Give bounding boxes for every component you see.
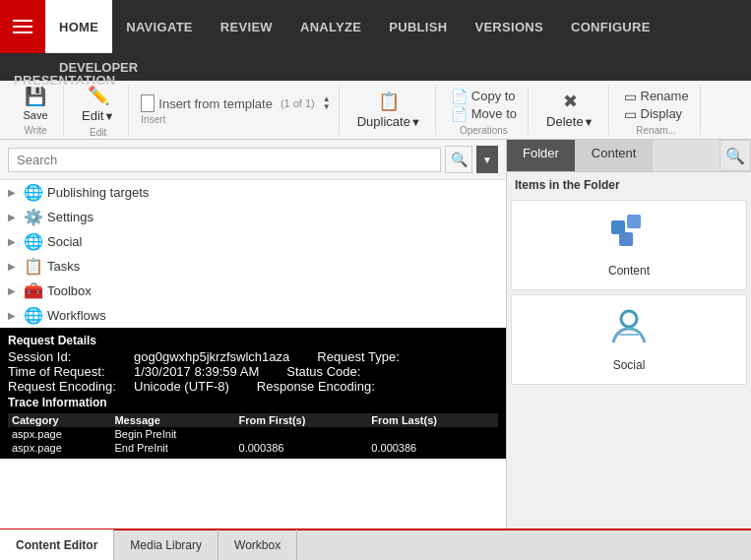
search-dropdown-button[interactable]: ▼ (476, 146, 498, 173)
svg-point-3 (621, 311, 637, 327)
rename-icon: ▭ (624, 89, 637, 104)
duplicate-icon: 📋 (378, 91, 400, 112)
tree-item-settings[interactable]: ▶ ⚙️ Settings (0, 205, 506, 229)
folder-items: Content Social (507, 196, 751, 529)
tree-toggle-icon: ▶ (8, 285, 20, 296)
debug-row-3: Request Encoding: Unicode (UTF-8) Respon… (8, 379, 498, 394)
trace-col-from-last: From Last(s) (367, 413, 498, 427)
bottom-tabs: Content Editor Media Library Workbox (0, 529, 751, 560)
main-area: 🔍 ▼ ▶ 🌐 Publishing targets ▶ ⚙️ Settings… (0, 140, 751, 529)
svg-rect-1 (627, 215, 641, 228)
debug-row-1: Session Id: gog0gwxhp5jkrzfswlch1aza Req… (8, 349, 498, 364)
rename-group-label: Renam... (621, 125, 692, 136)
debug-key: Status Code: (286, 364, 405, 379)
content-item-icon (609, 213, 649, 260)
bottom-tab-workbox[interactable]: Workbox (219, 529, 297, 560)
save-label: Save (23, 109, 47, 121)
debug-title: Request Details (8, 332, 498, 349)
search-icon-button[interactable]: 🔍 (445, 146, 472, 173)
bottom-tab-media-library[interactable]: Media Library (114, 529, 219, 560)
tree-item-label: Social (47, 234, 82, 249)
tree-item-publishing-targets[interactable]: ▶ 🌐 Publishing targets (0, 180, 506, 205)
display-label: Display (641, 106, 683, 121)
display-button[interactable]: ▭ Display (621, 105, 692, 123)
edit-button[interactable]: ✏️ Edit▼ (76, 83, 120, 125)
copy-to-button[interactable]: 📄 Copy to (448, 88, 520, 105)
insert-template-label[interactable]: Insert from template (158, 96, 273, 111)
trace-row: aspx.page Begin PreInit (8, 427, 498, 441)
save-icon: 💾 (25, 86, 46, 107)
hamburger-icon (13, 20, 32, 33)
trace-table: Category Message From First(s) From Last… (8, 413, 498, 455)
rename-button[interactable]: ▭ Rename (621, 88, 692, 105)
save-button[interactable]: 💾 Save (16, 84, 55, 123)
folder-tabs: Folder Content 🔍 (507, 140, 751, 172)
folder-search-button[interactable]: 🔍 (720, 140, 751, 171)
trace-col-message: Message (110, 413, 234, 427)
nav-item-publish[interactable]: PUBLISH (375, 0, 461, 53)
tree-toggle-icon: ▶ (8, 310, 20, 321)
debug-key: Request Type: (317, 349, 435, 364)
tree-item-social[interactable]: ▶ 🌐 Social (0, 229, 506, 254)
trace-col-category: Category (8, 413, 110, 427)
nav-item-developer[interactable]: DEVELOPER (45, 53, 152, 81)
toolbar-insert-group: Insert from template (1 of 1) ▲▼ Insert (133, 86, 339, 135)
trace-row: aspx.page End PreInit 0.000386 0.000386 (8, 441, 498, 455)
nav-item-home[interactable]: HOME (45, 0, 112, 53)
duplicate-label: Duplicate▼ (357, 114, 421, 129)
toolbar-rename-group: ▭ Rename ▭ Display Renam... (613, 86, 701, 135)
bottom-tab-content-editor[interactable]: Content Editor (0, 529, 114, 560)
tree-item-tasks[interactable]: ▶ 📋 Tasks (0, 254, 506, 279)
nav-item-analyze[interactable]: ANALYZE (286, 0, 375, 53)
toolbar-operations-group: 📄 Copy to 📄 Move to Operations (440, 86, 529, 135)
debug-row-2: Time of Request: 1/30/2017 8:39:59 AM St… (8, 364, 498, 379)
duplicate-button[interactable]: 📋 Duplicate▼ (351, 89, 427, 131)
tab-content[interactable]: Content (576, 140, 654, 171)
nav-item-configure[interactable]: CONFIGURE (557, 0, 664, 53)
social-item-label: Social (613, 358, 646, 372)
search-input[interactable] (8, 148, 441, 172)
toolbar-delete-group: ✖ Delete▼ (532, 86, 608, 135)
debug-val: Unicode (UTF-8) (134, 379, 229, 394)
tree-item-label: Settings (47, 210, 94, 224)
folder-item-content[interactable]: Content (511, 200, 747, 290)
tree-toggle-icon: ▶ (8, 236, 20, 247)
tab-folder[interactable]: Folder (507, 140, 576, 171)
insert-template-row: Insert from template (1 of 1) ▲▼ (141, 94, 330, 112)
copy-to-icon: 📄 (451, 89, 468, 104)
trace-cell: 0.000386 (367, 441, 498, 455)
tree-toggle-icon: ▶ (8, 212, 20, 222)
trace-cell: Begin PreInit (110, 427, 234, 441)
trace-cell (367, 427, 498, 441)
tree-item-label: Tasks (47, 259, 80, 274)
nav-item-versions[interactable]: VERSIONS (461, 0, 557, 53)
folder-item-social[interactable]: Social (511, 294, 747, 385)
tree-item-icon-tasks: 📋 (24, 257, 43, 276)
right-panel: Folder Content 🔍 Items in the Folder Con… (507, 140, 751, 529)
top-nav-bar: HOME NAVIGATE REVIEW ANALYZE PUBLISH VER… (0, 0, 751, 81)
tree-item-toolbox[interactable]: ▶ 🧰 Toolbox (0, 279, 506, 303)
template-page-icon (141, 94, 155, 112)
tree-toggle-icon: ▶ (8, 187, 20, 198)
nav-item-review[interactable]: REVIEW (207, 0, 286, 53)
tree-item-label: Publishing targets (47, 185, 149, 200)
tree-item-workflows[interactable]: ▶ 🌐 Workflows (0, 303, 506, 328)
left-panel: 🔍 ▼ ▶ 🌐 Publishing targets ▶ ⚙️ Settings… (0, 140, 507, 529)
tree-item-icon-toolbox: 🧰 (24, 281, 43, 300)
hamburger-button[interactable] (0, 0, 45, 53)
move-to-button[interactable]: 📄 Move to (448, 105, 520, 123)
nav-item-navigate[interactable]: NAVIGATE (112, 0, 207, 53)
rename-label: Rename (641, 89, 689, 103)
tree-item-icon-publishing: 🌐 (24, 183, 43, 202)
trace-col-from-first: From First(s) (235, 413, 368, 427)
edit-group-label: Edit (90, 127, 106, 138)
debug-val: 1/30/2017 8:39:59 AM (134, 364, 259, 379)
insert-arrows[interactable]: ▲▼ (323, 95, 331, 111)
debug-panel: Request Details Session Id: gog0gwxhp5jk… (0, 328, 506, 459)
write-label: Write (24, 125, 46, 136)
search-bar: 🔍 ▼ (0, 140, 506, 180)
delete-button[interactable]: ✖ Delete▼ (540, 89, 599, 131)
debug-key: Request Encoding: (8, 379, 126, 394)
trace-cell: aspx.page (8, 427, 110, 441)
move-to-icon: 📄 (451, 106, 468, 122)
